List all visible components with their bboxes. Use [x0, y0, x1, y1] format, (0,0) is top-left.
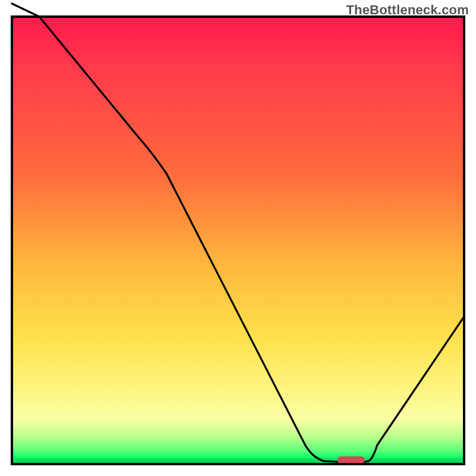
- chart-container: TheBottleneck.com: [0, 0, 476, 476]
- bottleneck-curve: [12, 4, 464, 462]
- watermark-text: TheBottleneck.com: [346, 2, 469, 18]
- optimal-range-marker: [337, 456, 365, 464]
- chart-plot-area: [12, 17, 464, 464]
- chart-svg: [12, 17, 464, 464]
